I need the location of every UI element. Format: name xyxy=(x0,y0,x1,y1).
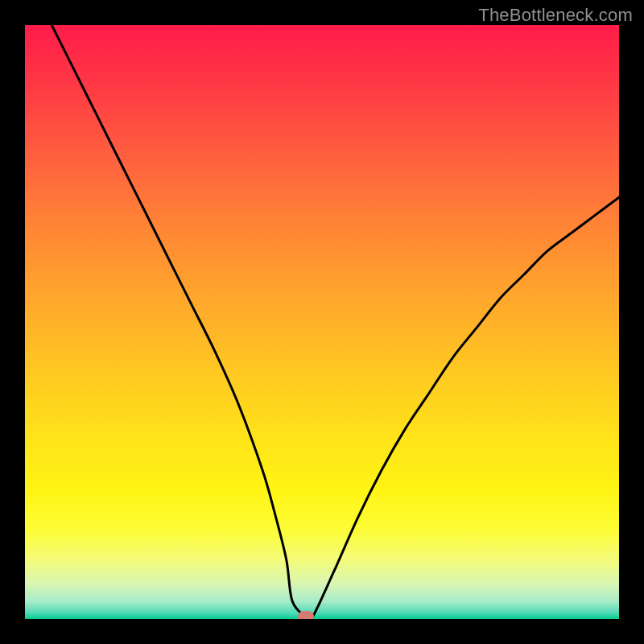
chart-frame: TheBottleneck.com xyxy=(0,0,644,644)
watermark-text: TheBottleneck.com xyxy=(478,5,633,26)
bottleneck-curve xyxy=(25,25,619,619)
optimal-point-marker xyxy=(298,611,314,619)
plot-area xyxy=(25,25,619,619)
